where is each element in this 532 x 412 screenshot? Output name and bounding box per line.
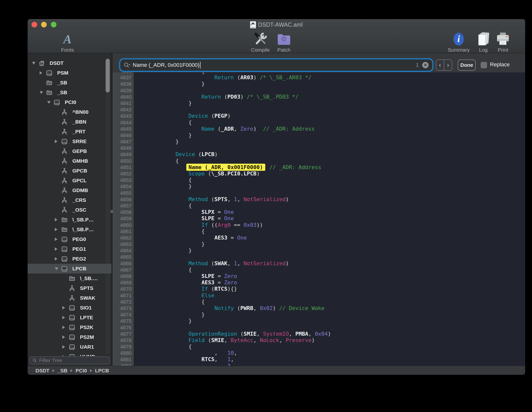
code-line[interactable]: 4873 Notify (PWRB, 0x02) // Device Wake: [112, 305, 525, 311]
code-line[interactable]: 4857 {: [112, 203, 525, 209]
code-line[interactable]: 4876: [112, 324, 525, 331]
code-line[interactable]: 4842: [112, 106, 525, 113]
code-line[interactable]: 4882 , 3,: [112, 363, 525, 366]
code-line[interactable]: 4877 OperationRegion (SMIE, SystemIO, PM…: [112, 331, 525, 337]
chevron-right-icon[interactable]: [40, 71, 42, 75]
code-line[interactable]: 4843 Device (PEGP): [112, 113, 525, 119]
tree-item-pci0[interactable]: PCI0: [28, 97, 111, 107]
code-line[interactable]: 4869 AES3 = Zero: [112, 279, 525, 286]
chevron-right-icon[interactable]: [62, 345, 65, 349]
code-line[interactable]: 4871 Else: [112, 292, 525, 299]
code-line[interactable]: 4864 }: [112, 247, 525, 254]
chevron-right-icon[interactable]: [55, 257, 57, 261]
tree-item-sio1[interactable]: SIO1: [28, 303, 111, 313]
code-line[interactable]: 4837 Return (AR03) /* \_SB_.AR03 */: [112, 74, 525, 81]
find-next-button[interactable]: ›: [444, 59, 452, 71]
code-line[interactable]: 4866 Method (SWAK, 1, NotSerialized): [112, 260, 525, 267]
tree-item-srre[interactable]: SRRE: [28, 137, 111, 146]
chevron-down-icon[interactable]: [32, 62, 35, 65]
code-line[interactable]: 4850 {: [112, 158, 525, 164]
find-previous-button[interactable]: ‹: [436, 59, 444, 71]
code-line[interactable]: 4862 AES3 = One: [112, 235, 525, 241]
code-line[interactable]: 4853 {: [112, 177, 525, 183]
code-line[interactable]: 4867 {: [112, 267, 525, 273]
tree-item-prt[interactable]: _PRT: [28, 127, 111, 137]
breadcrumb-item-pci0[interactable]: PCI0: [76, 368, 87, 374]
chevron-right-icon[interactable]: [62, 326, 65, 329]
chevron-right-icon[interactable]: [55, 218, 57, 221]
tree-item-spts[interactable]: SPTS: [28, 283, 111, 293]
tree-item-swak[interactable]: SWAK: [28, 293, 111, 303]
tree-item-humd[interactable]: HUMD: [28, 352, 111, 356]
zoom-window-button[interactable]: [51, 22, 56, 27]
clear-search-icon[interactable]: ✕: [422, 62, 429, 68]
tree-item-sb[interactable]: _SB: [28, 78, 111, 88]
code-line[interactable]: 4875 }: [112, 318, 525, 324]
chevron-right-icon[interactable]: [55, 228, 57, 231]
code-line[interactable]: 4840 Return (PD03) /* \_SB_.PD03 */: [112, 94, 525, 100]
fonts-button[interactable]: A Fonts: [53, 32, 82, 53]
tree-item-lpcb[interactable]: LPCB: [28, 264, 111, 274]
replace-checkbox[interactable]: [481, 62, 487, 68]
tree-item-gmhb[interactable]: GMHB: [28, 156, 111, 166]
code-line[interactable]: 4856 Method (SPTS, 1, NotSerialized): [112, 196, 525, 203]
code-line[interactable]: 4852 Scope (\_SB.PCI0.LPCB): [112, 171, 525, 177]
code-line[interactable]: 4874 }: [112, 311, 525, 318]
code-line[interactable]: 4865: [112, 254, 525, 260]
tree-item-gepb[interactable]: GEPB: [28, 146, 111, 156]
code-line[interactable]: 4849 Device (LPCB): [112, 151, 525, 158]
breadcrumb-item-lpcb[interactable]: LPCB: [95, 368, 109, 374]
tree-item-peg2[interactable]: PEG2: [28, 254, 111, 264]
code-line[interactable]: 4836 {: [112, 72, 525, 74]
tree-item-ps2m[interactable]: PS2M: [28, 332, 111, 342]
tree-item-sb[interactable]: \_SB.…: [28, 274, 111, 283]
sidebar-scrollbar-thumb[interactable]: [106, 59, 110, 92]
chevron-down-icon[interactable]: [47, 101, 51, 104]
code-line[interactable]: 4841 }: [112, 100, 525, 106]
tree-item-sb[interactable]: _SB: [28, 88, 111, 97]
print-button[interactable]: Print: [488, 32, 518, 53]
code-line[interactable]: 4859 SLPE = One: [112, 215, 525, 222]
tree-item-ps2k[interactable]: PS2K: [28, 322, 111, 332]
chevron-right-icon[interactable]: [62, 335, 65, 339]
chevron-right-icon[interactable]: [55, 140, 57, 143]
code-line[interactable]: 4860 If ((Arg0 == 0x03)): [112, 222, 525, 228]
chevron-right-icon[interactable]: [55, 247, 57, 251]
code-line[interactable]: 4880 , 10,: [112, 350, 525, 356]
breadcrumb-item-dsdt[interactable]: DSDT: [35, 368, 49, 374]
tree-item-sbp[interactable]: \_SB.P…: [28, 225, 111, 234]
tree-item-osc[interactable]: _OSC: [28, 205, 111, 215]
code-editor[interactable]: 4836 {4837 Return (AR03) /* \_SB_.AR03 *…: [112, 72, 525, 366]
code-line[interactable]: 4855: [112, 190, 525, 196]
code-line[interactable]: 4879 {: [112, 343, 525, 350]
done-button[interactable]: Done: [458, 59, 476, 71]
code-line[interactable]: 4851 Name (_ADR, 0x001F0000) // _ADR: Ad…: [112, 164, 525, 171]
code-line[interactable]: 4872 {: [112, 299, 525, 305]
tree-item-bn00[interactable]: ^BN00: [28, 107, 111, 117]
tree-item-dsdt[interactable]: DSDT: [28, 58, 111, 68]
chevron-down-icon[interactable]: [55, 267, 58, 270]
tree-item-crs[interactable]: _CRS: [28, 195, 111, 205]
tree-item-psm[interactable]: PSM: [28, 68, 111, 78]
code-line[interactable]: 4854 }: [112, 183, 525, 190]
chevron-right-icon[interactable]: [62, 316, 65, 319]
code-line[interactable]: 4839: [112, 87, 525, 94]
tree-item-uar1[interactable]: UAR1: [28, 342, 111, 352]
code-line[interactable]: 4848: [112, 145, 525, 151]
code-line[interactable]: 4878 Field (SMIE, ByteAcc, NoLock, Prese…: [112, 337, 525, 343]
code-line[interactable]: 4838 }: [112, 81, 525, 87]
tree-item-bbn[interactable]: _BBN: [28, 117, 111, 127]
tree-item-gpcb[interactable]: GPCB: [28, 166, 111, 176]
code-line[interactable]: 4845 Name (_ADR, Zero) // _ADR: Address: [112, 126, 525, 132]
minimize-window-button[interactable]: [41, 22, 47, 27]
chevron-right-icon[interactable]: [62, 355, 65, 356]
filter-tree-input[interactable]: Filter Tree: [30, 356, 110, 364]
splitter-handle[interactable]: [110, 210, 113, 213]
code-line[interactable]: 4870 If (RTCS){}: [112, 286, 525, 292]
code-line[interactable]: 4858 SLPX = One: [112, 209, 525, 215]
close-window-button[interactable]: [32, 22, 37, 27]
breadcrumb-item-sb[interactable]: _SB: [57, 368, 67, 374]
code-line[interactable]: 4881 RTCS, 1,: [112, 356, 525, 363]
tree-item-gdmb[interactable]: GDMB: [28, 185, 111, 195]
tree-item-peg1[interactable]: PEG1: [28, 244, 111, 254]
